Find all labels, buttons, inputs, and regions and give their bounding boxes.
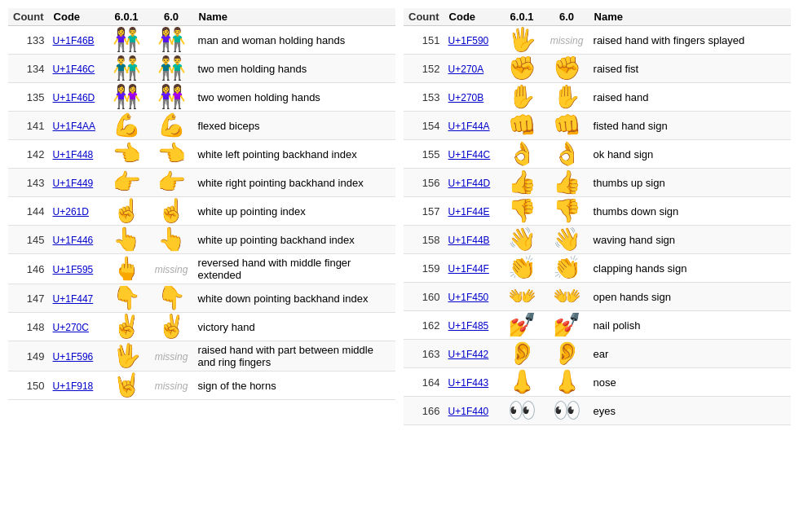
right-table: Count Code 6.0.1 6.0 Name 151U+1F590🖐mis… — [404, 8, 791, 425]
cell-code[interactable]: U+1F44B — [444, 226, 500, 254]
cell-code[interactable]: U+1F447 — [49, 284, 104, 313]
left-table-container: Count Code 6.0.1 6.0 Name 133U+1F46B👫👫ma… — [8, 8, 395, 425]
code-link[interactable]: U+1F590 — [448, 35, 489, 46]
cell-emoji-60: 👬 — [149, 55, 194, 83]
cell-code[interactable]: U+270B — [444, 83, 500, 112]
code-link[interactable]: U+270B — [448, 92, 484, 103]
cell-count: 146 — [8, 254, 49, 284]
cell-count: 151 — [404, 26, 444, 55]
code-link[interactable]: U+1F443 — [448, 377, 489, 389]
cell-emoji-60: 💅 — [545, 311, 589, 340]
cell-code[interactable]: U+1F443 — [444, 368, 500, 397]
code-link[interactable]: U+1F596 — [53, 351, 94, 363]
cell-name: white down pointing backhand index — [194, 284, 395, 313]
cell-emoji-60: 💪 — [149, 112, 194, 140]
code-link[interactable]: U+1F44E — [448, 206, 490, 218]
cell-code[interactable]: U+1F596 — [49, 341, 104, 372]
cell-code[interactable]: U+261D — [49, 197, 104, 226]
cell-code[interactable]: U+1F46D — [49, 83, 104, 112]
cell-emoji-60: 👋 — [545, 226, 589, 254]
cell-code[interactable]: U+1F4AA — [49, 112, 104, 140]
code-link[interactable]: U+1F440 — [448, 406, 489, 417]
code-link[interactable]: U+1F44A — [448, 121, 490, 132]
cell-code[interactable]: U+1F446 — [49, 226, 104, 254]
cell-emoji-601: 🖕 — [104, 254, 149, 284]
cell-code[interactable]: U+1F46B — [49, 26, 104, 55]
code-link[interactable]: U+1F485 — [448, 320, 489, 332]
cell-code[interactable]: U+1F44C — [444, 140, 500, 169]
cell-code[interactable]: U+1F918 — [49, 372, 104, 400]
code-link[interactable]: U+1F918 — [53, 380, 94, 392]
cell-count: 164 — [404, 368, 444, 397]
code-link[interactable]: U+1F44B — [448, 235, 490, 246]
cell-name: white right pointing backhand index — [194, 169, 395, 197]
cell-emoji-601: ☝ — [104, 197, 149, 226]
cell-emoji-601: 👍 — [500, 169, 545, 197]
cell-emoji-601: 👫 — [104, 26, 149, 55]
code-link[interactable]: U+1F447 — [53, 293, 94, 305]
code-link[interactable]: U+261D — [53, 206, 89, 218]
code-link[interactable]: U+1F46B — [53, 35, 95, 46]
table-row: 151U+1F590🖐missingraised hand with finge… — [404, 26, 791, 55]
code-link[interactable]: U+1F46D — [53, 92, 95, 103]
code-link[interactable]: U+1F44F — [448, 263, 489, 275]
cell-code[interactable]: U+1F44F — [444, 254, 500, 283]
cell-count: 144 — [8, 197, 49, 226]
code-link[interactable]: U+1F46C — [53, 64, 95, 75]
cell-emoji-60: 👌 — [545, 140, 589, 169]
cell-emoji-60: 👉 — [149, 169, 194, 197]
table-row: 134U+1F46C👬👬two men holding hands — [8, 55, 395, 83]
cell-code[interactable]: U+270C — [49, 313, 104, 341]
cell-emoji-601: 👏 — [500, 254, 545, 283]
right-table-container: Count Code 6.0.1 6.0 Name 151U+1F590🖐mis… — [404, 8, 791, 425]
cell-name: flexed biceps — [194, 112, 395, 140]
code-link[interactable]: U+1F450 — [448, 292, 489, 303]
table-row: 133U+1F46B👫👫man and woman holding hands — [8, 26, 395, 55]
cell-code[interactable]: U+1F442 — [444, 340, 500, 368]
cell-code[interactable]: U+1F44D — [444, 169, 500, 197]
table-row: 164U+1F443👃👃nose — [404, 368, 791, 397]
code-link[interactable]: U+1F44C — [448, 149, 491, 160]
cell-code[interactable]: U+1F448 — [49, 140, 104, 169]
table-row: 159U+1F44F👏👏clapping hands sign — [404, 254, 791, 283]
code-link[interactable]: U+1F442 — [448, 349, 489, 360]
cell-code[interactable]: U+1F590 — [444, 26, 500, 55]
cell-emoji-60: ✌ — [149, 313, 194, 341]
code-link[interactable]: U+270A — [448, 64, 484, 75]
cell-emoji-601: 👭 — [104, 83, 149, 112]
cell-code[interactable]: U+1F44E — [444, 197, 500, 226]
table-row: 162U+1F485💅💅nail polish — [404, 311, 791, 340]
cell-code[interactable]: U+1F485 — [444, 311, 500, 340]
code-link[interactable]: U+1F44D — [448, 178, 491, 189]
code-link[interactable]: U+1F4AA — [53, 121, 95, 132]
table-row: 149U+1F596🖖missingraised hand with part … — [8, 341, 395, 372]
cell-count: 147 — [8, 284, 49, 313]
cell-emoji-601: 💪 — [104, 112, 149, 140]
code-link[interactable]: U+1F446 — [53, 235, 94, 246]
table-row: 157U+1F44E👎👎thumbs down sign — [404, 197, 791, 226]
cell-code[interactable]: U+1F449 — [49, 169, 104, 197]
cell-code[interactable]: U+1F440 — [444, 397, 500, 425]
code-link[interactable]: U+270C — [53, 322, 89, 333]
table-row: 166U+1F440👀👀eyes — [404, 397, 791, 425]
left-table: Count Code 6.0.1 6.0 Name 133U+1F46B👫👫ma… — [8, 8, 395, 400]
table-row: 156U+1F44D👍👍thumbs up sign — [404, 169, 791, 197]
table-row: 146U+1F595🖕missingreversed hand with mid… — [8, 254, 395, 284]
cell-code[interactable]: U+1F595 — [49, 254, 104, 284]
right-header-name: Name — [589, 8, 791, 26]
code-link[interactable]: U+1F448 — [53, 149, 94, 160]
code-link[interactable]: U+1F595 — [53, 264, 94, 275]
cell-name: raised fist — [589, 55, 791, 83]
cell-code[interactable]: U+1F46C — [49, 55, 104, 83]
cell-emoji-60: missing — [149, 372, 194, 400]
cell-count: 152 — [404, 55, 444, 83]
cell-code[interactable]: U+1F450 — [444, 283, 500, 311]
cell-name: raised hand with fingers splayed — [589, 26, 791, 55]
code-link[interactable]: U+1F449 — [53, 178, 94, 189]
cell-name: two men holding hands — [194, 55, 395, 83]
cell-count: 159 — [404, 254, 444, 283]
cell-name: fisted hand sign — [589, 112, 791, 140]
cell-code[interactable]: U+270A — [444, 55, 500, 83]
table-row: 145U+1F446👆👆white up pointing backhand i… — [8, 226, 395, 254]
cell-code[interactable]: U+1F44A — [444, 112, 500, 140]
